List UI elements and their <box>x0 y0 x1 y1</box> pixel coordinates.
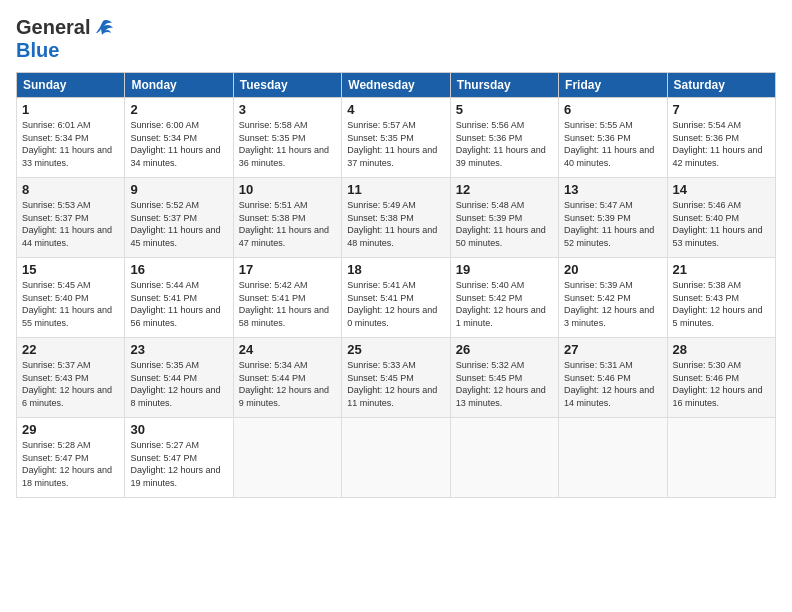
day-cell <box>667 418 775 498</box>
day-info: Sunrise: 5:37 AMSunset: 5:43 PMDaylight:… <box>22 359 119 409</box>
day-cell: 10 Sunrise: 5:51 AMSunset: 5:38 PMDaylig… <box>233 178 341 258</box>
col-header-tuesday: Tuesday <box>233 73 341 98</box>
day-info: Sunrise: 5:57 AMSunset: 5:35 PMDaylight:… <box>347 119 444 169</box>
day-number: 24 <box>239 342 336 357</box>
page-header: General Blue <box>16 16 776 62</box>
day-info: Sunrise: 5:32 AMSunset: 5:45 PMDaylight:… <box>456 359 553 409</box>
day-cell: 2 Sunrise: 6:00 AMSunset: 5:34 PMDayligh… <box>125 98 233 178</box>
day-cell: 8 Sunrise: 5:53 AMSunset: 5:37 PMDayligh… <box>17 178 125 258</box>
day-number: 23 <box>130 342 227 357</box>
day-info: Sunrise: 6:01 AMSunset: 5:34 PMDaylight:… <box>22 119 119 169</box>
day-cell: 29 Sunrise: 5:28 AMSunset: 5:47 PMDaylig… <box>17 418 125 498</box>
col-header-wednesday: Wednesday <box>342 73 450 98</box>
day-info: Sunrise: 5:58 AMSunset: 5:35 PMDaylight:… <box>239 119 336 169</box>
logo-bird-icon <box>92 17 114 39</box>
day-info: Sunrise: 5:55 AMSunset: 5:36 PMDaylight:… <box>564 119 661 169</box>
day-info: Sunrise: 5:39 AMSunset: 5:42 PMDaylight:… <box>564 279 661 329</box>
day-number: 3 <box>239 102 336 117</box>
day-cell: 26 Sunrise: 5:32 AMSunset: 5:45 PMDaylig… <box>450 338 558 418</box>
day-cell: 15 Sunrise: 5:45 AMSunset: 5:40 PMDaylig… <box>17 258 125 338</box>
day-number: 5 <box>456 102 553 117</box>
day-info: Sunrise: 5:28 AMSunset: 5:47 PMDaylight:… <box>22 439 119 489</box>
day-number: 12 <box>456 182 553 197</box>
day-cell <box>559 418 667 498</box>
day-cell: 4 Sunrise: 5:57 AMSunset: 5:35 PMDayligh… <box>342 98 450 178</box>
col-header-thursday: Thursday <box>450 73 558 98</box>
day-cell: 20 Sunrise: 5:39 AMSunset: 5:42 PMDaylig… <box>559 258 667 338</box>
day-cell: 24 Sunrise: 5:34 AMSunset: 5:44 PMDaylig… <box>233 338 341 418</box>
col-header-monday: Monday <box>125 73 233 98</box>
day-number: 10 <box>239 182 336 197</box>
day-number: 6 <box>564 102 661 117</box>
day-cell <box>233 418 341 498</box>
day-number: 8 <box>22 182 119 197</box>
day-number: 1 <box>22 102 119 117</box>
day-number: 7 <box>673 102 770 117</box>
day-number: 2 <box>130 102 227 117</box>
day-cell: 21 Sunrise: 5:38 AMSunset: 5:43 PMDaylig… <box>667 258 775 338</box>
day-number: 18 <box>347 262 444 277</box>
day-info: Sunrise: 5:56 AMSunset: 5:36 PMDaylight:… <box>456 119 553 169</box>
day-info: Sunrise: 5:54 AMSunset: 5:36 PMDaylight:… <box>673 119 770 169</box>
day-info: Sunrise: 5:47 AMSunset: 5:39 PMDaylight:… <box>564 199 661 249</box>
day-cell: 1 Sunrise: 6:01 AMSunset: 5:34 PMDayligh… <box>17 98 125 178</box>
day-number: 30 <box>130 422 227 437</box>
day-number: 17 <box>239 262 336 277</box>
day-cell: 5 Sunrise: 5:56 AMSunset: 5:36 PMDayligh… <box>450 98 558 178</box>
day-info: Sunrise: 5:27 AMSunset: 5:47 PMDaylight:… <box>130 439 227 489</box>
day-number: 27 <box>564 342 661 357</box>
day-number: 16 <box>130 262 227 277</box>
day-number: 20 <box>564 262 661 277</box>
day-cell: 9 Sunrise: 5:52 AMSunset: 5:37 PMDayligh… <box>125 178 233 258</box>
day-cell: 13 Sunrise: 5:47 AMSunset: 5:39 PMDaylig… <box>559 178 667 258</box>
day-cell <box>450 418 558 498</box>
day-cell: 27 Sunrise: 5:31 AMSunset: 5:46 PMDaylig… <box>559 338 667 418</box>
day-number: 4 <box>347 102 444 117</box>
day-info: Sunrise: 5:51 AMSunset: 5:38 PMDaylight:… <box>239 199 336 249</box>
day-number: 21 <box>673 262 770 277</box>
day-info: Sunrise: 5:38 AMSunset: 5:43 PMDaylight:… <box>673 279 770 329</box>
day-cell: 3 Sunrise: 5:58 AMSunset: 5:35 PMDayligh… <box>233 98 341 178</box>
logo-general-text: General <box>16 16 90 39</box>
day-number: 26 <box>456 342 553 357</box>
day-cell: 22 Sunrise: 5:37 AMSunset: 5:43 PMDaylig… <box>17 338 125 418</box>
day-cell: 6 Sunrise: 5:55 AMSunset: 5:36 PMDayligh… <box>559 98 667 178</box>
day-info: Sunrise: 5:46 AMSunset: 5:40 PMDaylight:… <box>673 199 770 249</box>
week-row-3: 15 Sunrise: 5:45 AMSunset: 5:40 PMDaylig… <box>17 258 776 338</box>
calendar-table: SundayMondayTuesdayWednesdayThursdayFrid… <box>16 72 776 498</box>
day-info: Sunrise: 5:48 AMSunset: 5:39 PMDaylight:… <box>456 199 553 249</box>
day-info: Sunrise: 5:44 AMSunset: 5:41 PMDaylight:… <box>130 279 227 329</box>
day-cell: 7 Sunrise: 5:54 AMSunset: 5:36 PMDayligh… <box>667 98 775 178</box>
day-info: Sunrise: 5:49 AMSunset: 5:38 PMDaylight:… <box>347 199 444 249</box>
day-info: Sunrise: 5:31 AMSunset: 5:46 PMDaylight:… <box>564 359 661 409</box>
day-cell: 14 Sunrise: 5:46 AMSunset: 5:40 PMDaylig… <box>667 178 775 258</box>
day-info: Sunrise: 5:30 AMSunset: 5:46 PMDaylight:… <box>673 359 770 409</box>
day-info: Sunrise: 5:53 AMSunset: 5:37 PMDaylight:… <box>22 199 119 249</box>
day-info: Sunrise: 5:40 AMSunset: 5:42 PMDaylight:… <box>456 279 553 329</box>
day-info: Sunrise: 5:35 AMSunset: 5:44 PMDaylight:… <box>130 359 227 409</box>
day-cell: 28 Sunrise: 5:30 AMSunset: 5:46 PMDaylig… <box>667 338 775 418</box>
day-number: 25 <box>347 342 444 357</box>
week-row-5: 29 Sunrise: 5:28 AMSunset: 5:47 PMDaylig… <box>17 418 776 498</box>
day-cell: 12 Sunrise: 5:48 AMSunset: 5:39 PMDaylig… <box>450 178 558 258</box>
day-cell: 19 Sunrise: 5:40 AMSunset: 5:42 PMDaylig… <box>450 258 558 338</box>
day-number: 14 <box>673 182 770 197</box>
day-number: 13 <box>564 182 661 197</box>
week-row-2: 8 Sunrise: 5:53 AMSunset: 5:37 PMDayligh… <box>17 178 776 258</box>
day-cell: 25 Sunrise: 5:33 AMSunset: 5:45 PMDaylig… <box>342 338 450 418</box>
col-header-friday: Friday <box>559 73 667 98</box>
day-number: 22 <box>22 342 119 357</box>
day-cell <box>342 418 450 498</box>
week-row-4: 22 Sunrise: 5:37 AMSunset: 5:43 PMDaylig… <box>17 338 776 418</box>
day-info: Sunrise: 5:41 AMSunset: 5:41 PMDaylight:… <box>347 279 444 329</box>
day-info: Sunrise: 5:34 AMSunset: 5:44 PMDaylight:… <box>239 359 336 409</box>
logo: General Blue <box>16 16 114 62</box>
day-number: 28 <box>673 342 770 357</box>
day-info: Sunrise: 5:42 AMSunset: 5:41 PMDaylight:… <box>239 279 336 329</box>
day-number: 19 <box>456 262 553 277</box>
day-number: 11 <box>347 182 444 197</box>
day-cell: 16 Sunrise: 5:44 AMSunset: 5:41 PMDaylig… <box>125 258 233 338</box>
day-cell: 30 Sunrise: 5:27 AMSunset: 5:47 PMDaylig… <box>125 418 233 498</box>
logo-blue-text: Blue <box>16 39 59 61</box>
day-number: 9 <box>130 182 227 197</box>
